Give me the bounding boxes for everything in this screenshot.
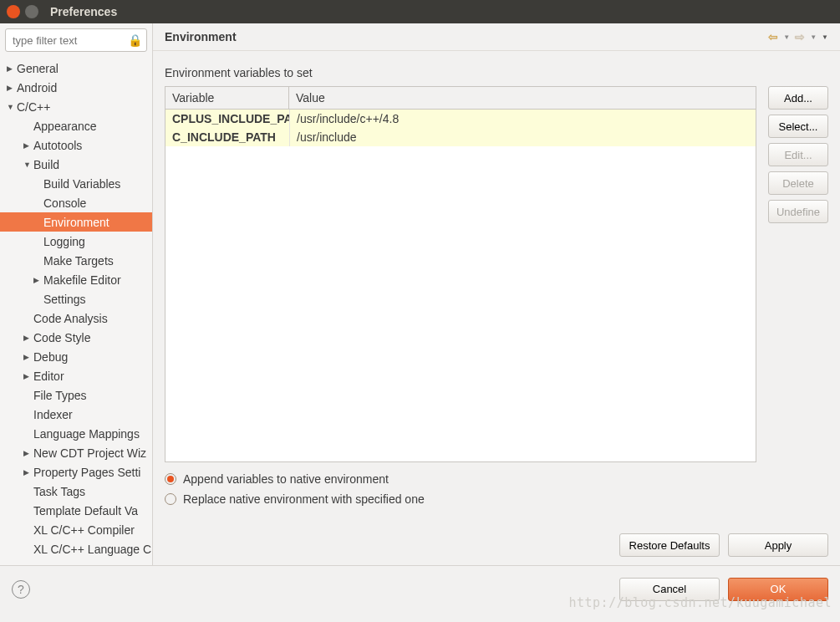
tree-item-appearance[interactable]: Appearance [0,116,152,135]
tree-item-new-cdt[interactable]: ▶New CDT Project Wiz [0,443,152,462]
undefine-button[interactable]: Undefine [768,200,828,223]
tree-item-autotools[interactable]: ▶Autotools [0,135,152,155]
chevron-right-icon: ▶ [23,449,32,457]
tree-item-make-targets[interactable]: Make Targets [0,251,152,270]
tree-item-file-types[interactable]: File Types [0,385,152,405]
cell-value: /usr/include/c++/4.8 [289,110,756,128]
titlebar: Preferences [0,0,840,23]
tree-item-editor[interactable]: ▶Editor [0,366,152,385]
chevron-right-icon: ▶ [23,141,32,150]
help-icon[interactable]: ? [12,580,30,599]
close-icon[interactable] [7,5,20,18]
menu-dropdown-icon[interactable]: ▼ [822,33,828,41]
cancel-button[interactable]: Cancel [619,578,720,601]
main-panel: Environment ⇦ ▼ ⇨ ▼ ▼ Environment variab… [153,23,840,565]
minimize-icon[interactable] [25,5,38,18]
chevron-down-icon: ▼ [23,161,32,169]
back-dropdown-icon[interactable]: ▼ [783,33,790,41]
cell-value: /usr/include [289,128,756,146]
radio-replace[interactable]: Replace native environment with specifie… [165,492,756,506]
window-title: Preferences [50,5,117,18]
chevron-right-icon: ▶ [7,64,15,73]
tree-item-property-pages[interactable]: ▶Property Pages Setti [0,462,152,482]
back-icon[interactable]: ⇦ [768,30,778,43]
forward-dropdown-icon[interactable]: ▼ [810,33,817,41]
tree-item-environment[interactable]: Environment [0,212,152,232]
tree-item-indexer[interactable]: Indexer [0,405,152,424]
tree-item-code-analysis[interactable]: Code Analysis [0,308,152,328]
column-header-variable[interactable]: Variable [165,87,289,109]
tree-item-xl-language[interactable]: XL C/C++ Language C [0,539,152,558]
restore-defaults-button[interactable]: Restore Defaults [619,533,720,557]
chevron-right-icon: ▶ [23,372,32,380]
radio-icon [165,473,176,485]
chevron-right-icon: ▶ [33,276,42,284]
tree-item-logging[interactable]: Logging [0,232,152,251]
tree-item-settings[interactable]: Settings [0,289,152,308]
chevron-down-icon: ▼ [7,103,15,111]
radio-icon [165,493,176,505]
delete-button[interactable]: Delete [768,171,828,195]
tree-item-lang-mappings[interactable]: Language Mappings [0,424,152,443]
tree-item-build[interactable]: ▼Build [0,155,152,174]
preferences-tree: ▶General ▶Android ▼C/C++ Appearance ▶Aut… [0,57,152,565]
tree-item-build-variables[interactable]: Build Variables [0,174,152,193]
radio-label: Append variables to native environment [183,472,389,486]
bottom-bar: ? Cancel OK [0,565,840,612]
tree-item-ccpp[interactable]: ▼C/C++ [0,97,152,116]
filter-input[interactable] [5,28,147,52]
page-title: Environment [165,30,768,43]
section-label: Environment variables to set [165,66,828,79]
sidebar: 🔒 ▶General ▶Android ▼C/C++ Appearance ▶A… [0,23,153,565]
ok-button[interactable]: OK [728,578,828,601]
table-row[interactable]: CPLUS_INCLUDE_PA /usr/include/c++/4.8 [165,110,756,128]
lock-icon: 🔒 [128,33,142,47]
chevron-right-icon: ▶ [23,334,32,342]
tree-item-console[interactable]: Console [0,193,152,212]
tree-item-general[interactable]: ▶General [0,59,152,78]
chevron-right-icon: ▶ [23,468,32,477]
chevron-right-icon: ▶ [23,353,32,361]
environment-table[interactable]: Variable Value CPLUS_INCLUDE_PA /usr/inc… [165,86,756,462]
select-button[interactable]: Select... [768,115,828,138]
cell-variable: CPLUS_INCLUDE_PA [165,110,289,128]
table-row[interactable]: C_INCLUDE_PATH /usr/include [165,128,756,146]
tree-item-makefile-editor[interactable]: ▶Makefile Editor [0,270,152,289]
chevron-right-icon: ▶ [7,84,15,92]
apply-button[interactable]: Apply [728,533,828,557]
tree-item-code-style[interactable]: ▶Code Style [0,328,152,347]
tree-item-xl-compiler[interactable]: XL C/C++ Compiler [0,520,152,539]
add-button[interactable]: Add... [768,86,828,110]
tree-item-debug[interactable]: ▶Debug [0,347,152,366]
edit-button[interactable]: Edit... [768,143,828,166]
tree-item-task-tags[interactable]: Task Tags [0,482,152,501]
radio-append[interactable]: Append variables to native environment [165,472,756,486]
tree-item-android[interactable]: ▶Android [0,78,152,97]
radio-label: Replace native environment with specifie… [183,492,425,506]
forward-icon[interactable]: ⇨ [795,30,805,43]
column-header-value[interactable]: Value [289,87,756,109]
tree-item-template-default[interactable]: Template Default Va [0,501,152,520]
cell-variable: C_INCLUDE_PATH [165,128,289,146]
